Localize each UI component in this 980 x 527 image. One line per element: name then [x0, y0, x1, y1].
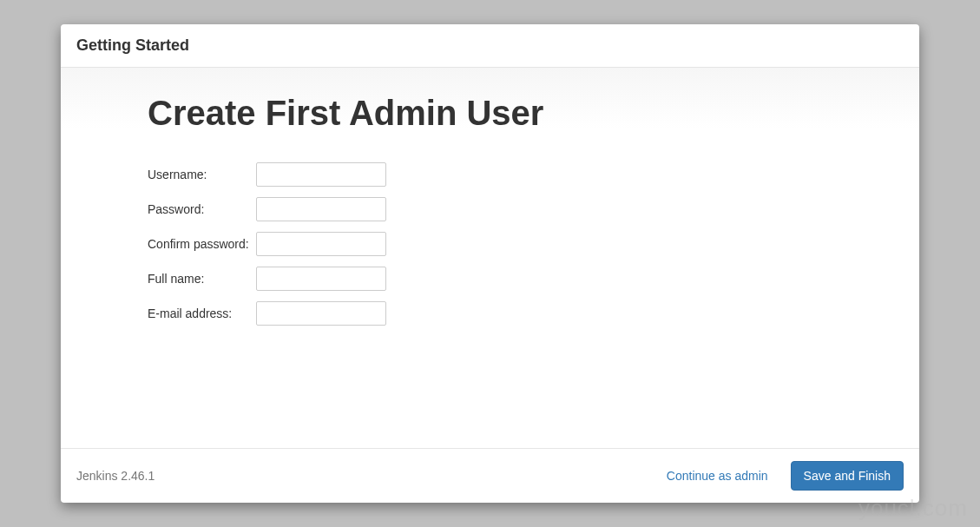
modal-header: Getting Started — [61, 24, 919, 68]
page-heading: Create First Admin User — [148, 94, 832, 133]
admin-user-form: Username: Password: Confirm password: Fu… — [148, 157, 386, 331]
fullname-input[interactable] — [256, 267, 386, 291]
confirm-password-row: Confirm password: — [148, 227, 386, 261]
confirm-password-input[interactable] — [256, 232, 386, 256]
username-row: Username: — [148, 157, 386, 192]
username-label: Username: — [148, 157, 256, 192]
version-text: Jenkins 2.46.1 — [76, 469, 155, 483]
email-label: E-mail address: — [148, 296, 256, 331]
fullname-label: Full name: — [148, 261, 256, 296]
username-input[interactable] — [256, 162, 386, 187]
setup-wizard-modal: Getting Started Create First Admin User … — [61, 24, 919, 503]
password-row: Password: — [148, 192, 386, 227]
modal-title: Getting Started — [76, 36, 904, 55]
confirm-password-label: Confirm password: — [148, 227, 256, 261]
save-and-finish-button[interactable]: Save and Finish — [791, 461, 904, 491]
footer-actions: Continue as admin Save and Finish — [656, 461, 904, 491]
password-input[interactable] — [256, 197, 386, 221]
modal-footer: Jenkins 2.46.1 Continue as admin Save an… — [61, 448, 919, 503]
password-label: Password: — [148, 192, 256, 227]
fullname-row: Full name: — [148, 261, 386, 296]
email-row: E-mail address: — [148, 296, 386, 331]
continue-as-admin-button[interactable]: Continue as admin — [656, 462, 779, 490]
modal-body: Create First Admin User Username: Passwo… — [61, 68, 919, 448]
email-input[interactable] — [256, 301, 386, 326]
